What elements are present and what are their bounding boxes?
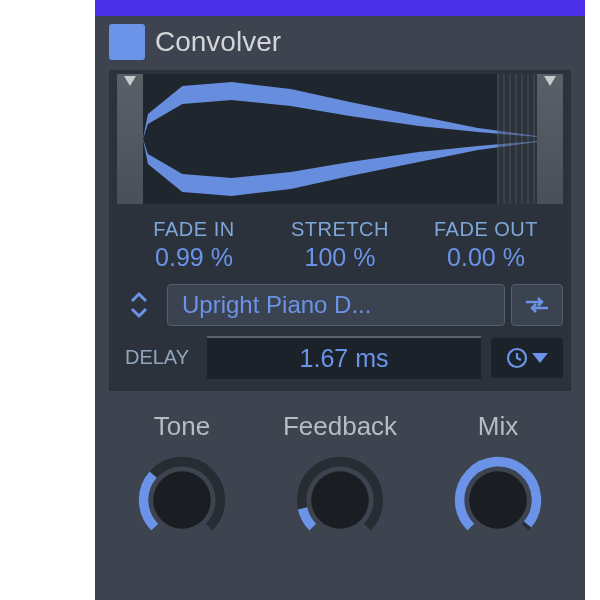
feedback-knob-col: Feedback: [270, 411, 410, 548]
mix-knob-col: Mix: [428, 411, 568, 548]
chevron-up-icon: [129, 291, 149, 305]
stretch-value: 100 %: [267, 243, 413, 272]
waveform-display[interactable]: [143, 74, 537, 204]
fade-out-param[interactable]: FADE OUT 0.00 %: [413, 218, 559, 272]
svg-point-2: [311, 471, 369, 529]
svg-point-3: [469, 471, 527, 529]
fade-in-label: FADE IN: [121, 218, 267, 241]
tone-label: Tone: [112, 411, 252, 442]
module-title: Convolver: [155, 26, 281, 58]
fade-out-label: FADE OUT: [413, 218, 559, 241]
swap-arrows-icon: [523, 293, 551, 317]
clock-icon: [506, 347, 528, 369]
svg-point-1: [153, 471, 211, 529]
module-header: Convolver: [95, 16, 585, 66]
inner-panel: FADE IN 0.99 % STRETCH 100 % FADE OUT 0.…: [109, 70, 571, 391]
knob-row: Tone Feedback Mix: [95, 399, 585, 548]
delay-row: DELAY 1.67 ms: [117, 336, 563, 379]
titlebar-accent: [95, 0, 585, 16]
params-row: FADE IN 0.99 % STRETCH 100 % FADE OUT 0.…: [117, 210, 563, 278]
stretch-param[interactable]: STRETCH 100 %: [267, 218, 413, 272]
delay-label: DELAY: [117, 346, 197, 369]
fade-in-handle[interactable]: [117, 74, 143, 204]
fade-out-handle[interactable]: [537, 74, 563, 204]
stretch-label: STRETCH: [267, 218, 413, 241]
module-enable-toggle[interactable]: [109, 24, 145, 60]
tone-knob-col: Tone: [112, 411, 252, 548]
chevron-down-icon: [129, 305, 149, 319]
sample-swap-button[interactable]: [511, 284, 563, 326]
feedback-label: Feedback: [270, 411, 410, 442]
delay-value-field[interactable]: 1.67 ms: [207, 336, 481, 379]
delay-sync-mode-button[interactable]: [491, 338, 563, 378]
mix-label: Mix: [428, 411, 568, 442]
convolver-panel: Convolver FADE IN 0.99 % STRETCH 100 %: [95, 0, 585, 600]
tone-knob[interactable]: [134, 452, 230, 548]
sample-selector[interactable]: Upright Piano D...: [167, 284, 505, 326]
feedback-knob[interactable]: [292, 452, 388, 548]
dropdown-caret-icon: [532, 353, 548, 363]
fade-in-value: 0.99 %: [121, 243, 267, 272]
sample-stepper[interactable]: [117, 284, 161, 326]
sample-row: Upright Piano D...: [117, 284, 563, 326]
fade-in-param[interactable]: FADE IN 0.99 %: [121, 218, 267, 272]
waveform-row: [117, 74, 563, 204]
fade-out-value: 0.00 %: [413, 243, 559, 272]
mix-knob[interactable]: [450, 452, 546, 548]
